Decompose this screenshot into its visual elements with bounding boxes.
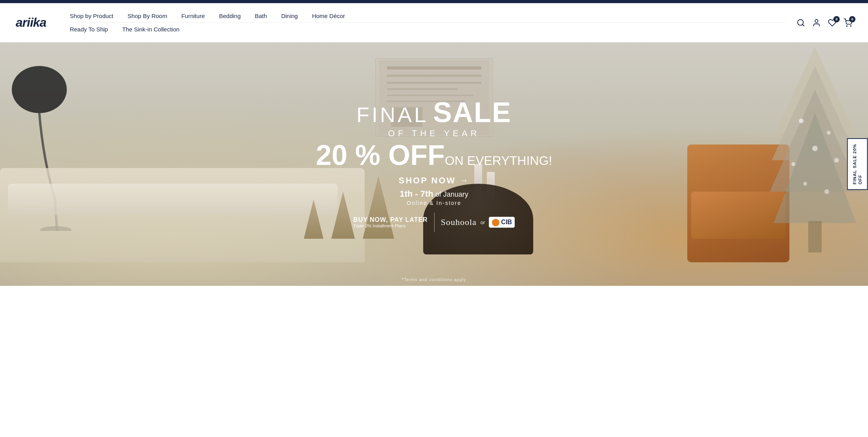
souhoola-logo: Souhoola [441, 217, 477, 227]
cib-text: CIB [501, 219, 512, 226]
bnpl-text: BUY NOW, PAY LATER Triple 0% Installment… [353, 216, 428, 228]
wishlist-button[interactable]: 0 [828, 18, 837, 27]
hero-date-range: 1th - 7th [400, 189, 433, 199]
svg-line-1 [802, 24, 804, 26]
christmas-tree [770, 42, 860, 286]
nav-ready-to-ship[interactable]: Ready To Ship [70, 26, 108, 33]
side-sale-tab[interactable]: FINAL SALE 20% OFF [847, 138, 868, 190]
payment-logos: Souhoola or ⬤ CIB [441, 217, 515, 228]
svg-point-3 [846, 26, 847, 26]
svg-point-25 [803, 182, 807, 186]
cart-badge: 0 [849, 16, 855, 22]
header: ariika Shop by Product Shop By Room Furn… [0, 3, 868, 42]
top-bar [0, 0, 868, 3]
nav-shop-by-room[interactable]: Shop By Room [128, 13, 167, 19]
nav-area: Shop by Product Shop By Room Furniture B… [70, 5, 785, 40]
hero-content: FINAL SALE OF THE YEAR 20 % OFFON EVERYT… [316, 96, 552, 232]
nav-home-decor[interactable]: Home Décor [312, 13, 345, 19]
logo[interactable]: ariika [16, 15, 46, 30]
svg-point-4 [850, 26, 851, 26]
search-button[interactable] [796, 18, 805, 27]
cib-logo: ⬤ CIB [489, 217, 515, 228]
account-icon [812, 18, 821, 27]
nav-bedding[interactable]: Bedding [219, 13, 240, 19]
hero-terms: *Terms and conditions apply [402, 277, 466, 282]
cart-button[interactable]: 0 [844, 18, 852, 27]
sofa-cushions [8, 184, 338, 215]
hero-availability: Online & In-store [316, 200, 552, 206]
side-tab-line1: FINAL SALE 20% [852, 144, 857, 185]
bnpl-subtitle: Triple 0% Installment Plans [353, 223, 428, 228]
nav-dining[interactable]: Dining [281, 13, 298, 19]
svg-point-20 [799, 119, 804, 123]
side-tab-line2: OFF [858, 175, 863, 185]
shop-now-link[interactable]: SHOP NOW → [399, 176, 470, 186]
hero-bnpl: BUY NOW, PAY LATER Triple 0% Installment… [316, 212, 552, 232]
account-button[interactable] [812, 18, 821, 27]
svg-point-23 [791, 162, 795, 166]
hero-discount-amount: 20 % OFF [316, 139, 445, 171]
hero-title-line1: FINAL SALE [316, 96, 552, 128]
payment-or-text: or [481, 219, 485, 225]
hero-discount-text: 20 % OFFON EVERYTHING! [316, 141, 552, 169]
svg-rect-19 [808, 221, 822, 252]
hero-on-everything: ON EVERYTHING! [445, 154, 552, 168]
svg-point-22 [812, 146, 818, 151]
hero-date-rest: of January [433, 190, 468, 198]
nav-bath[interactable]: Bath [255, 13, 267, 19]
hero-banner: FINAL SALE OF THE YEAR 20 % OFFON EVERYT… [0, 42, 868, 286]
svg-point-2 [815, 19, 818, 22]
cib-icon: ⬤ [492, 218, 499, 227]
hero-sale-text: SALE [433, 96, 512, 128]
nav-shop-by-product[interactable]: Shop by Product [70, 13, 114, 19]
header-icons: 0 0 [796, 18, 852, 27]
svg-point-5 [12, 66, 67, 113]
christmas-tree-svg [770, 42, 860, 270]
nav-bottom: Ready To Ship The Sink-in Collection [70, 23, 785, 40]
hero-dates: 1th - 7th of January [316, 189, 552, 199]
nav-top: Shop by Product Shop By Room Furniture B… [70, 5, 785, 22]
search-icon [796, 18, 805, 27]
bnpl-divider [434, 212, 435, 232]
svg-point-24 [834, 158, 839, 163]
hero-final-text: FINAL [356, 102, 428, 127]
nav-furniture[interactable]: Furniture [181, 13, 205, 19]
svg-point-21 [827, 131, 831, 135]
nav-sink-in-collection[interactable]: The Sink-in Collection [122, 26, 180, 33]
bnpl-title: BUY NOW, PAY LATER [353, 216, 428, 223]
wishlist-badge: 0 [833, 16, 840, 22]
hero-of-year-text: OF THE YEAR [316, 128, 552, 139]
side-tab-text[interactable]: FINAL SALE 20% OFF [847, 138, 868, 190]
svg-point-26 [824, 189, 829, 194]
